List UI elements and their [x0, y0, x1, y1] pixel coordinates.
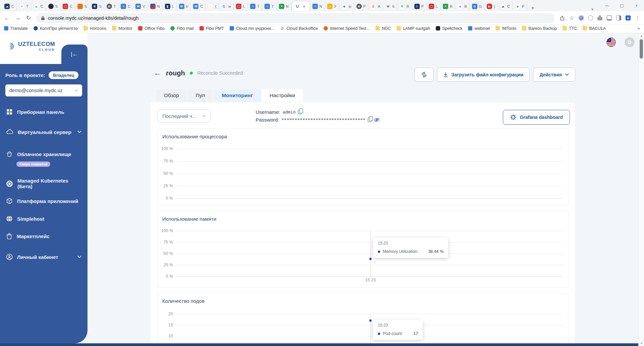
browser-tab[interactable]: S	[46, 3, 60, 10]
bookmark-item[interactable]: Monitor	[112, 26, 132, 31]
browser-tab[interactable]: ◆ w	[339, 3, 354, 10]
bookmark-item[interactable]: ⊘ Cloud Backoffice	[280, 26, 318, 31]
browser-tab[interactable]: ▶ (	[484, 3, 498, 10]
browser-tab[interactable]: ⊕ T	[104, 3, 119, 10]
back-button[interactable]: ←	[4, 15, 10, 21]
share-icon[interactable]	[560, 15, 565, 21]
account-select[interactable]: demo@console.mydc.uz	[5, 84, 82, 96]
bookmark-item[interactable]: IMTools	[495, 26, 516, 31]
bookmark-item[interactable]: LAMP suulgah	[397, 26, 430, 31]
url-bar[interactable]: console.mydc.uz/managed-k8s/detail/rough	[36, 13, 555, 23]
extension-icon[interactable]	[579, 15, 584, 20]
back-arrow-button[interactable]: ←	[154, 69, 161, 77]
scroll-up-icon[interactable]: ▲	[639, 33, 644, 39]
browser-tab[interactable]: W C	[191, 3, 206, 10]
sidebar-item-dashboard[interactable]: Приборная панель	[0, 105, 87, 119]
new-tab-button[interactable]: +	[527, 5, 538, 11]
browser-tab[interactable]: ▢ L	[426, 3, 441, 10]
tab-search-chevron-icon[interactable]: ∨	[585, 7, 600, 11]
sidebar-item-cloud-storage[interactable]: Облачное хранилище	[0, 147, 87, 161]
reconcile-button[interactable]	[414, 68, 433, 82]
bookmark-item[interactable]: КоллПро үйлчилгээ	[34, 26, 78, 31]
data-point[interactable]	[369, 320, 372, 322]
browser-tab[interactable]: R R	[397, 3, 412, 10]
sidebar-item-app-platform[interactable]: Платформа приложений	[0, 194, 87, 208]
bookmark-item[interactable]: Internet Speed Test...	[324, 26, 370, 31]
forward-button[interactable]: →	[15, 15, 21, 21]
sidebar-item-managed-kubernetes[interactable]: Managed Kubernetes (Бета)	[0, 177, 87, 190]
tab-close-icon[interactable]: ×	[303, 4, 305, 9]
extensions-puzzle-icon[interactable]	[597, 15, 602, 20]
bookmark-item[interactable]: Fibo PMT	[199, 26, 224, 31]
bookmark-item[interactable]: Horizons	[83, 26, 106, 31]
browser-menu-icon[interactable]: ⋮	[635, 15, 640, 21]
user-avatar[interactable]: D	[625, 37, 635, 47]
browser-tab[interactable]: + N	[277, 3, 291, 10]
reload-button[interactable]: ↻	[26, 14, 31, 21]
scroll-down-icon[interactable]: ▼	[639, 341, 644, 346]
side-panel-icon[interactable]	[616, 15, 621, 20]
sidebar-collapse-button[interactable]: |←	[61, 45, 87, 64]
tab-monitoring[interactable]: Мониторинг	[214, 89, 260, 102]
browser-tab[interactable]: G w	[219, 3, 234, 10]
bookmarks-overflow-icon[interactable]: »	[638, 26, 640, 31]
tab-overview[interactable]: Обзор	[156, 89, 187, 102]
bookmark-item[interactable]: Cloud.mn үндэсни...	[230, 26, 275, 31]
browser-tab[interactable]: N	[148, 3, 163, 10]
upload-config-button[interactable]: Загрузить файл конфигурации	[437, 68, 530, 82]
browser-tab[interactable]: W V	[133, 3, 148, 10]
copy-username-icon[interactable]	[298, 110, 302, 114]
browser-tab-active[interactable]: U ×	[292, 1, 309, 11]
bookmark-item[interactable]: webmail	[468, 26, 490, 31]
browser-tab[interactable]: W 6	[383, 3, 397, 10]
tab-settings[interactable]: Настройки	[262, 89, 303, 102]
bookmark-item[interactable]: NDC	[375, 26, 391, 31]
browser-tab[interactable]: ☁ C	[2, 3, 17, 10]
bookmark-item[interactable]: Translate	[4, 26, 28, 31]
browser-tab[interactable]: ≡ C	[118, 3, 133, 10]
browser-tab[interactable]: ◌ (	[206, 3, 219, 10]
time-range-select[interactable]: Последний ч...	[158, 109, 211, 123]
sidebar-item-marketplace[interactable]: Маркетплейс	[0, 229, 87, 243]
browser-tab[interactable]: ▢ C	[60, 3, 75, 10]
language-flag-button[interactable]	[606, 38, 616, 47]
bookmark-item[interactable]: Spellcheck	[436, 26, 462, 31]
browser-tab[interactable]: + B	[441, 3, 455, 10]
tab-pool[interactable]: Пул	[188, 89, 213, 102]
browser-tab[interactable]: I P	[412, 3, 426, 10]
data-point[interactable]	[369, 258, 372, 260]
browser-tab[interactable]: ≡ N	[310, 3, 325, 10]
browser-tab[interactable]: ⊕ P	[354, 3, 368, 10]
window-minimize-button[interactable]: —	[600, 0, 614, 11]
camera-extension-icon[interactable]	[588, 15, 593, 20]
browser-tab[interactable]: S	[75, 3, 90, 10]
browser-tab[interactable]: ≡ T	[262, 3, 277, 10]
copy-password-icon[interactable]	[368, 118, 371, 122]
window-maximize-button[interactable]: ▢	[614, 0, 629, 11]
bookmark-item[interactable]: Office Fibo	[138, 26, 165, 31]
page-scrollbar[interactable]: ▲ ▼	[638, 33, 644, 346]
bookmark-item[interactable]: TTC	[563, 26, 577, 31]
browser-tab[interactable]: ✓ T	[17, 3, 31, 10]
browser-tab[interactable]: ▭ У	[325, 3, 339, 10]
browser-tab[interactable]: ▮ L	[163, 3, 177, 10]
browser-tab[interactable]: ☁ C	[498, 3, 513, 10]
browser-tab[interactable]: E A	[368, 3, 383, 10]
downloads-icon[interactable]	[607, 15, 612, 20]
sidebar-item-virtual-server[interactable]: Виртуальный сервер	[0, 125, 87, 139]
bookmark-item[interactable]: BACULA	[583, 26, 606, 31]
sidebar-item-simplehost[interactable]: Simplehost	[0, 212, 87, 225]
actions-button[interactable]: Действия	[533, 68, 575, 82]
scrollbar-thumb[interactable]	[640, 39, 643, 59]
password-manager-icon[interactable]: B	[626, 15, 631, 20]
window-close-button[interactable]: ×	[629, 0, 644, 11]
bookmark-item[interactable]: Bareos Backup	[522, 26, 557, 31]
browser-tab[interactable]: ∴ T	[248, 3, 262, 10]
browser-tab[interactable]: ≋ S	[90, 3, 104, 10]
bookmark-item[interactable]: Fibo mail	[170, 26, 194, 31]
bookmark-star-icon[interactable]: ☆	[569, 14, 574, 21]
browser-tab[interactable]: G G	[470, 3, 485, 10]
browser-tab[interactable]: ▢ L	[234, 3, 248, 10]
browser-tab[interactable]: ◆ P	[513, 3, 527, 10]
sidebar-item-account[interactable]: Личный кабинет	[0, 250, 87, 264]
